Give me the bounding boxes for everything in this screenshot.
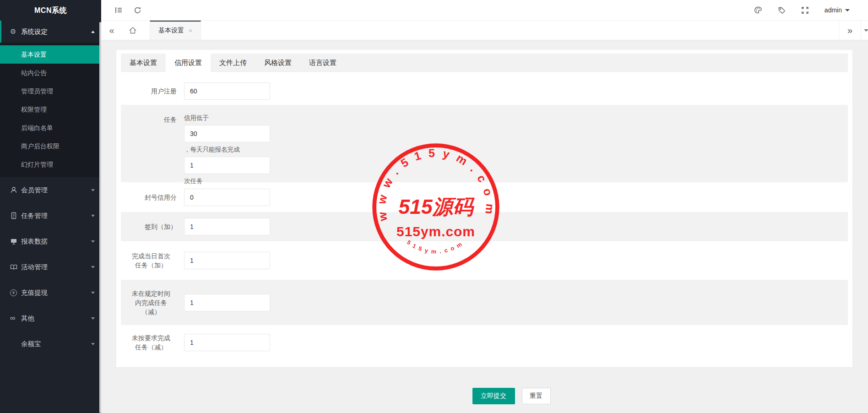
palette-icon[interactable] xyxy=(754,6,762,14)
chevron-down-icon xyxy=(91,292,95,294)
reset-button[interactable]: 重置 xyxy=(522,388,551,404)
chevron-down-icon xyxy=(864,29,868,32)
not-required-task-input[interactable] xyxy=(184,334,270,351)
field-label: 未按要求完成 任务（减） xyxy=(125,333,177,352)
chevron-down-icon xyxy=(845,9,850,11)
form-row-not-required-task: 未按要求完成 任务（减） xyxy=(121,325,848,359)
tag-icon[interactable] xyxy=(778,6,786,14)
chevron-down-icon xyxy=(91,240,95,243)
chevron-down-icon xyxy=(91,317,95,320)
field-label: 未在规定时间 内完成任务 （减） xyxy=(125,289,177,316)
field-label: 任务 xyxy=(125,114,177,124)
chevron-down-icon xyxy=(91,343,95,345)
app-window: MCN系统 ⚙ 系统设定 基本设置 站内公告 管理员管理 权限管理 后端白名单 … xyxy=(0,0,868,413)
sidebar-subitem-permission-management[interactable]: 权限管理 xyxy=(0,100,101,119)
first-task-input[interactable] xyxy=(184,252,270,269)
chevron-down-icon xyxy=(91,215,95,217)
sidebar-item-recharge-withdraw[interactable]: ¥ 充值提现 xyxy=(0,280,101,305)
window-tabstrip: « 基本设置 × » xyxy=(101,21,868,40)
home-icon[interactable] xyxy=(122,21,143,40)
sidebar-item-report-data[interactable]: 报表数据 xyxy=(0,228,101,254)
task-post-text: 次任务 xyxy=(184,177,270,185)
chevron-down-icon xyxy=(91,189,95,191)
navbar-right-group: admin xyxy=(754,6,868,14)
username: admin xyxy=(825,6,842,14)
credit-settings-form: 用户注册 任务 信用低于 ，每天只能报名完成 次任务 xyxy=(121,72,848,359)
field-label: 封号信用分 xyxy=(125,193,177,202)
content-area: 基本设置 信用设置 文件上传 风格设置 语言设置 用户注册 任务 信用低于 xyxy=(101,40,868,413)
sidebar-item-yuebao[interactable]: 余额宝 xyxy=(0,331,101,357)
credit-below-input[interactable] xyxy=(184,125,270,142)
book-icon xyxy=(10,263,21,271)
sidebar-item-other[interactable]: ∞ 其他 xyxy=(0,305,101,331)
daily-limit-input[interactable] xyxy=(184,157,270,174)
window-tab-label: 基本设置 xyxy=(158,27,184,35)
user-menu[interactable]: admin xyxy=(825,6,850,14)
sidebar-subitem-admin-management[interactable]: 管理员管理 xyxy=(0,82,101,100)
form-row-user-register: 用户注册 xyxy=(121,77,848,105)
tab-credit-settings[interactable]: 信用设置 xyxy=(166,54,211,72)
overtime-task-input[interactable] xyxy=(184,294,270,311)
window-tab-basic-settings[interactable]: 基本设置 × xyxy=(150,21,201,40)
ban-credit-input[interactable] xyxy=(184,189,270,206)
settings-card: 基本设置 信用设置 文件上传 风格设置 语言设置 用户注册 任务 信用低于 xyxy=(116,50,852,367)
form-row-task: 任务 信用低于 ，每天只能报名完成 次任务 xyxy=(121,105,848,182)
form-row-first-task: 完成当日首次 任务（加） xyxy=(121,241,848,280)
form-buttons: 立即提交 重置 xyxy=(116,388,852,404)
sidebar-subitem-merchant-backend-permission[interactable]: 商户后台权限 xyxy=(0,137,101,155)
sidebar-item-member-management[interactable]: 会员管理 xyxy=(0,177,101,203)
app-title: MCN系统 xyxy=(0,0,101,21)
field-label: 签到（加） xyxy=(125,222,177,231)
sidebar-item-task-management[interactable]: 任务管理 xyxy=(0,203,101,228)
gear-icon: ⚙ xyxy=(10,27,21,36)
sidebar-subitem-backend-whitelist[interactable]: 后端白名单 xyxy=(0,119,101,137)
task-pre-text: 信用低于 xyxy=(184,114,270,122)
sidebar: MCN系统 ⚙ 系统设定 基本设置 站内公告 管理员管理 权限管理 后端白名单 … xyxy=(0,0,101,413)
user-register-input[interactable] xyxy=(184,82,270,100)
main-area: admin « 基本设置 × » 基本设置 xyxy=(101,0,868,413)
tabs-scroll-right-button[interactable]: » xyxy=(839,21,861,40)
yen-icon: ¥ xyxy=(10,289,21,296)
infinity-icon: ∞ xyxy=(10,315,21,321)
tabs-menu-button[interactable] xyxy=(861,21,868,40)
form-row-overtime-task: 未在规定时间 内完成任务 （减） xyxy=(121,280,848,325)
chart-board-icon xyxy=(10,238,21,245)
sidebar-item-label: 系统设定 xyxy=(21,27,91,36)
document-icon xyxy=(10,212,21,219)
sidebar-item-system-settings[interactable]: ⚙ 系统设定 xyxy=(0,21,101,43)
tab-style-settings[interactable]: 风格设置 xyxy=(255,54,300,71)
form-row-sign-in: 签到（加） xyxy=(121,212,848,241)
tabs-scroll-left-button[interactable]: « xyxy=(101,21,122,40)
task-mid-text: ，每天只能报名完成 xyxy=(184,146,270,153)
sidebar-subitem-basic-settings[interactable]: 基本设置 xyxy=(0,45,101,64)
user-icon xyxy=(10,186,21,194)
chevron-down-icon xyxy=(91,266,95,268)
chevron-up-icon xyxy=(91,31,95,33)
refresh-icon[interactable] xyxy=(134,6,141,14)
top-navbar: admin xyxy=(101,0,868,21)
close-icon[interactable]: × xyxy=(189,27,192,34)
sign-in-input[interactable] xyxy=(184,218,270,235)
field-label: 完成当日首次 任务（加） xyxy=(125,251,177,270)
menu-collapse-icon[interactable] xyxy=(114,6,123,14)
form-row-ban-credit: 封号信用分 xyxy=(121,182,848,212)
sidebar-subitem-site-announcement[interactable]: 站内公告 xyxy=(0,64,101,82)
system-submenu: 基本设置 站内公告 管理员管理 权限管理 后端白名单 商户后台权限 幻灯片管理 xyxy=(0,43,101,177)
tab-basic-settings[interactable]: 基本设置 xyxy=(121,54,166,71)
tab-language-settings[interactable]: 语言设置 xyxy=(300,54,345,71)
task-field-group: 信用低于 ，每天只能报名完成 次任务 xyxy=(184,114,270,185)
sidebar-subitem-slideshow-management[interactable]: 幻灯片管理 xyxy=(0,155,101,174)
tab-file-upload[interactable]: 文件上传 xyxy=(211,54,255,71)
submit-button[interactable]: 立即提交 xyxy=(472,388,515,404)
settings-tabs: 基本设置 信用设置 文件上传 风格设置 语言设置 xyxy=(121,54,848,72)
fullscreen-icon[interactable] xyxy=(801,6,809,14)
sidebar-item-activity-management[interactable]: 活动管理 xyxy=(0,254,101,280)
tabstrip-right-controls: » xyxy=(839,21,868,40)
field-label: 用户注册 xyxy=(125,87,177,96)
